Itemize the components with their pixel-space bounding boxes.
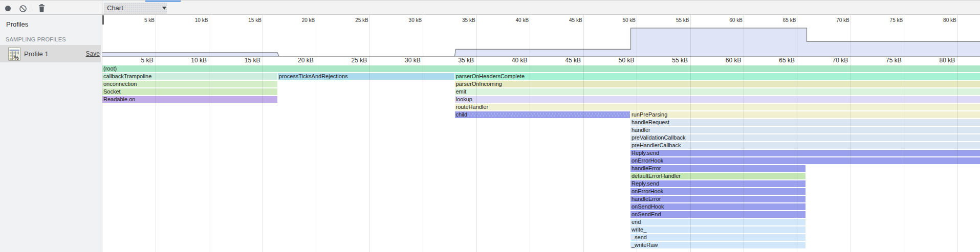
svg-text:%: % [14, 55, 19, 61]
